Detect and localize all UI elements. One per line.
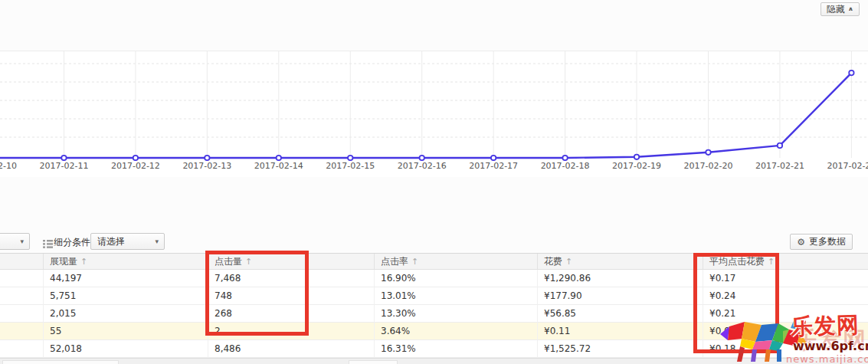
cell-ctr: 3.64% <box>374 323 537 340</box>
data-point-marker <box>348 156 352 160</box>
cell-blank <box>0 340 43 358</box>
table-row[interactable]: 5,75174813.01%¥177.90¥0.24 <box>0 287 868 305</box>
cell-ctr: 16.31% <box>374 340 537 358</box>
cell-ctr: 13.01% <box>374 287 537 305</box>
data-point-marker <box>61 156 66 160</box>
data-point-marker <box>133 156 138 160</box>
x-axis-tick-label: 2017-02-19 <box>612 161 661 171</box>
cell-impressions: 5,751 <box>43 287 208 305</box>
cell-avg-cpc: ¥0.06 <box>703 323 868 340</box>
cell-ctr: 13.30% <box>374 305 537 323</box>
trend-chart: 2017-02-102017-02-112017-02-122017-02-13… <box>0 51 868 178</box>
sort-asc-icon: ↑ <box>80 257 87 267</box>
x-axis-tick-label: 2017-02-11 <box>39 161 88 171</box>
cell-clicks: 268 <box>208 305 374 323</box>
x-axis-tick-label: 2017-02-14 <box>254 161 303 171</box>
table-body: 44,1977,46816.90%¥1,290.86¥0.175,7517481… <box>0 270 868 358</box>
cell-cost: ¥1,290.86 <box>537 270 703 287</box>
more-data-button[interactable]: ⚙ 更多数据 <box>790 234 853 250</box>
sort-asc-icon: ↑ <box>565 257 572 267</box>
table-footer <box>0 358 868 364</box>
x-axis-tick-label: 2017-02-15 <box>326 161 375 171</box>
sort-asc-icon: ↑ <box>411 257 418 267</box>
cell-ctr: 16.90% <box>374 270 537 287</box>
cell-clicks: 7,468 <box>208 270 374 287</box>
chevron-up-icon: ∧ <box>848 6 853 12</box>
data-point-marker <box>706 150 710 155</box>
metrics-table: 展现量↑点击量↑点击率↑花费↑平均点击花费↑ 44,1977,46816.90%… <box>0 253 868 358</box>
x-axis-tick-label: 2017-02-12 <box>111 161 160 171</box>
cell-avg-cpc: ¥0.17 <box>703 270 868 287</box>
x-axis-tick-label: 2017-02-21 <box>755 161 804 171</box>
data-point-marker <box>849 71 853 75</box>
pagination-stub[interactable] <box>349 360 398 364</box>
cell-blank <box>0 287 43 305</box>
table-toolbar: ▾ 细分条件： 请选择 ▾ ⚙ 更多数据 <box>0 231 868 253</box>
cell-blank <box>0 270 43 287</box>
table-row[interactable]: 2,01526813.30%¥56.85¥0.21 <box>0 305 868 323</box>
column-header-label: 展现量 <box>50 256 77 267</box>
cell-impressions: 52,018 <box>43 340 208 358</box>
cell-cost: ¥0.11 <box>537 323 703 340</box>
table-row[interactable]: 44,1977,46816.90%¥1,290.86¥0.17 <box>0 270 868 287</box>
data-point-marker <box>277 156 281 160</box>
trend-line <box>0 73 851 158</box>
x-axis-tick-label: 2017-02-20 <box>684 161 733 171</box>
trend-chart-section: 2017-02-102017-02-112017-02-122017-02-13… <box>0 51 868 177</box>
cell-avg-cpc: ¥0.18 <box>703 340 868 358</box>
data-point-marker <box>634 155 639 159</box>
x-axis-tick-label: 2017-02-16 <box>398 161 447 171</box>
cell-clicks: 748 <box>208 287 374 305</box>
cell-impressions: 2,015 <box>43 305 208 323</box>
column-header-blank <box>0 254 43 269</box>
data-point-marker <box>778 143 782 148</box>
column-header-clicks[interactable]: 点击量↑ <box>208 254 374 269</box>
x-axis-tick-label: 2017-02-22 <box>827 161 868 171</box>
cell-avg-cpc: ¥0.21 <box>703 305 868 323</box>
cell-blank <box>0 305 43 323</box>
hide-button-label: 隐藏 <box>827 3 845 16</box>
pagination-stub[interactable] <box>2 360 119 364</box>
cell-clicks: 8,486 <box>208 340 374 358</box>
x-axis-tick-label: 2017-02-17 <box>469 161 518 171</box>
x-axis-tick-label: 2017-02-13 <box>182 161 231 171</box>
caret-down-icon: ▾ <box>20 234 24 249</box>
column-header-avg-cpc[interactable]: 平均点击花费↑ <box>703 254 868 269</box>
segment-condition-value: 请选择 <box>97 236 125 247</box>
cell-avg-cpc: ¥0.24 <box>703 287 868 305</box>
gear-icon: ⚙ <box>797 237 805 248</box>
column-header-cost[interactable]: 花费↑ <box>537 254 703 269</box>
x-axis-tick-label: 2017-02-10 <box>0 161 17 171</box>
column-header-label: 点击率 <box>381 256 408 267</box>
data-point-marker <box>205 156 209 160</box>
column-header-ctr[interactable]: 点击率↑ <box>374 254 537 269</box>
sort-asc-icon: ↑ <box>768 257 775 267</box>
cell-cost: ¥1,525.72 <box>537 340 703 358</box>
analytics-page: 隐藏 ∧ 2017-02-102017-02-112017-02-122017-… <box>0 0 868 364</box>
data-point-marker <box>491 156 496 160</box>
segment-list-icon <box>43 237 53 251</box>
cell-clicks: 2 <box>208 323 374 340</box>
column-header-label: 点击量 <box>215 256 242 267</box>
more-data-label: 更多数据 <box>809 235 846 248</box>
segment-condition-dropdown[interactable]: 请选择 ▾ <box>90 233 165 250</box>
sort-asc-icon: ↑ <box>245 257 252 267</box>
column-header-impressions[interactable]: 展现量↑ <box>43 254 208 269</box>
table-row[interactable]: 5523.64%¥0.11¥0.06 <box>0 323 868 340</box>
left-dropdown[interactable]: ▾ <box>0 233 30 250</box>
column-header-label: 平均点击花费 <box>709 256 765 267</box>
cell-impressions: 44,197 <box>43 270 208 287</box>
cell-blank <box>0 323 43 340</box>
data-point-marker <box>562 156 567 160</box>
column-header-label: 花费 <box>544 256 562 267</box>
cell-impressions: 55 <box>43 323 208 340</box>
cell-cost: ¥56.85 <box>537 305 703 323</box>
cell-cost: ¥177.90 <box>537 287 703 305</box>
x-axis-tick-label: 2017-02-18 <box>541 161 590 171</box>
hide-button[interactable]: 隐藏 ∧ <box>821 2 860 16</box>
table-header-row: 展现量↑点击量↑点击率↑花费↑平均点击花费↑ <box>0 253 868 270</box>
data-point-marker <box>420 156 424 160</box>
caret-down-icon: ▾ <box>155 234 159 249</box>
table-row[interactable]: 52,0188,48616.31%¥1,525.72¥0.18 <box>0 340 868 358</box>
